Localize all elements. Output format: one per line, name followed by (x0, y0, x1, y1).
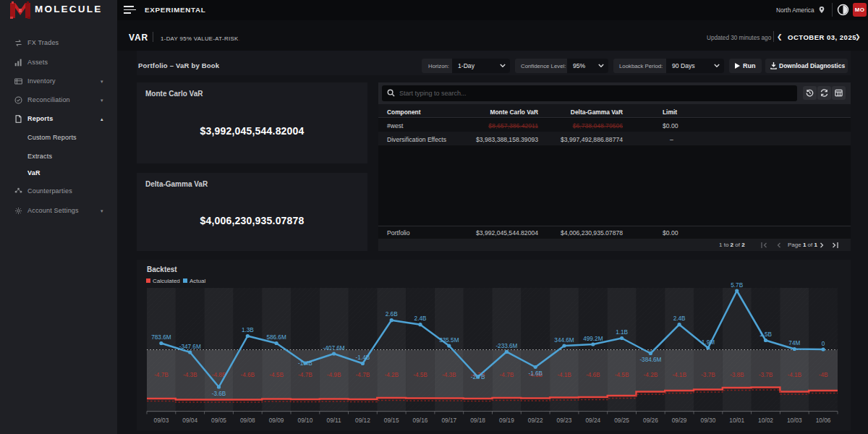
svg-text:586.6M: 586.6M (266, 334, 286, 341)
svg-text:2.6B: 2.6B (386, 311, 398, 318)
svg-text:-4.2B: -4.2B (384, 372, 399, 378)
svg-text:10/06: 10/06 (816, 417, 831, 424)
svg-text:-4.3B: -4.3B (183, 372, 197, 378)
svg-text:10/02: 10/02 (758, 417, 773, 424)
svg-text:-4.3B: -4.3B (442, 372, 456, 378)
svg-text:09/19: 09/19 (499, 417, 514, 424)
svg-text:10/01: 10/01 (729, 417, 744, 424)
svg-text:74M: 74M (788, 340, 800, 346)
svg-text:09/30: 09/30 (701, 417, 716, 424)
svg-text:09/09: 09/09 (269, 417, 284, 424)
svg-text:-4.6B: -4.6B (586, 372, 600, 378)
svg-text:1.3B: 1.3B (242, 327, 254, 333)
svg-text:0: 0 (822, 341, 825, 347)
svg-text:09/08: 09/08 (240, 417, 255, 424)
svg-text:09/26: 09/26 (643, 417, 658, 424)
svg-text:-233.6M: -233.6M (495, 343, 517, 349)
svg-text:09/23: 09/23 (557, 417, 572, 424)
svg-text:09/11: 09/11 (327, 417, 342, 424)
svg-text:09/29: 09/29 (672, 417, 687, 424)
svg-text:-4.5B: -4.5B (615, 372, 629, 378)
svg-text:783.6M: 783.6M (151, 334, 171, 341)
svg-text:-3.8B: -3.8B (730, 372, 744, 378)
svg-text:09/05: 09/05 (211, 417, 226, 424)
svg-text:-3.7B: -3.7B (759, 372, 773, 378)
svg-text:09/22: 09/22 (528, 417, 543, 424)
svg-text:09/17: 09/17 (441, 417, 456, 424)
svg-text:09/18: 09/18 (470, 417, 485, 424)
svg-text:-384.6M: -384.6M (639, 357, 661, 363)
svg-text:-4.1B: -4.1B (557, 372, 571, 378)
svg-text:344.6M: 344.6M (554, 337, 574, 344)
svg-text:-4B: -4B (819, 372, 828, 378)
svg-text:-3.6B: -3.6B (212, 391, 226, 397)
svg-text:-347.6M: -347.6M (179, 344, 201, 350)
svg-text:-407.6M: -407.6M (323, 345, 345, 352)
svg-text:-1.4B: -1.4B (298, 360, 312, 367)
svg-text:-4.1B: -4.1B (672, 372, 686, 378)
svg-text:-4.7B: -4.7B (356, 372, 370, 378)
svg-text:09/04: 09/04 (182, 417, 197, 424)
svg-text:10/03: 10/03 (787, 417, 802, 424)
svg-text:499.2M: 499.2M (583, 336, 603, 342)
svg-text:335.5M: 335.5M (439, 337, 459, 344)
svg-text:09/24: 09/24 (585, 417, 600, 424)
svg-text:1.9M: 1.9M (702, 339, 715, 346)
svg-text:-4.5B: -4.5B (269, 372, 284, 378)
svg-text:-4.7B: -4.7B (500, 372, 514, 378)
svg-text:-4.6B: -4.6B (241, 372, 255, 378)
svg-text:-4.7B: -4.7B (154, 372, 169, 378)
svg-text:-4.1B: -4.1B (788, 372, 802, 378)
svg-text:09/15: 09/15 (384, 417, 399, 424)
svg-text:2.4B: 2.4B (673, 315, 686, 322)
svg-text:09/16: 09/16 (413, 417, 428, 424)
svg-text:-3.7B: -3.7B (701, 372, 715, 378)
svg-text:-4.5B: -4.5B (413, 372, 427, 378)
svg-text:09/25: 09/25 (614, 417, 629, 424)
svg-text:-4.9B: -4.9B (327, 372, 341, 378)
svg-text:-1.6B: -1.6B (528, 370, 542, 377)
svg-text:-4.2B: -4.2B (644, 372, 658, 378)
svg-text:5.7B: 5.7B (731, 282, 743, 289)
svg-text:-1.4B: -1.4B (356, 354, 370, 361)
svg-text:09/03: 09/03 (154, 417, 169, 424)
svg-text:1.1B: 1.1B (616, 329, 628, 336)
svg-text:-2.7B: -2.7B (471, 374, 485, 380)
svg-text:-4.7B: -4.7B (298, 372, 312, 378)
svg-text:1.5B: 1.5B (760, 331, 772, 338)
svg-text:2.4B: 2.4B (414, 315, 427, 322)
svg-text:09/12: 09/12 (355, 417, 370, 424)
svg-text:09/10: 09/10 (298, 417, 313, 424)
